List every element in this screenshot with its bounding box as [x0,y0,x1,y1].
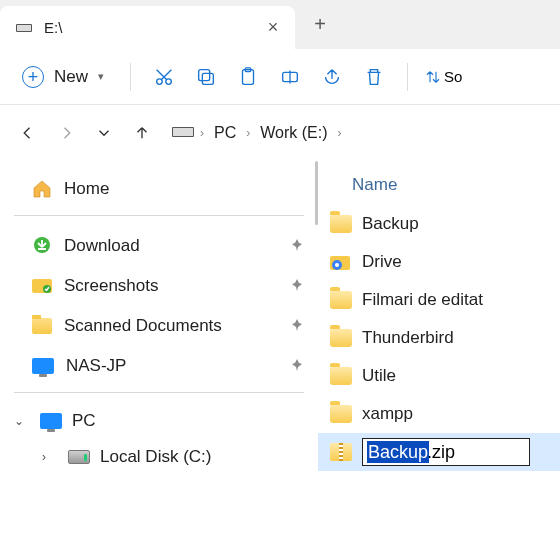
tree-local-disk-label: Local Disk (C:) [100,447,211,467]
chevron-down-icon[interactable]: ⌄ [14,414,30,428]
back-button[interactable] [10,115,46,151]
scrollbar-thumb[interactable] [315,161,318,225]
separator [130,63,131,91]
folder-icon [330,215,352,233]
file-name: Utile [362,366,396,386]
sidebar-item-nas[interactable]: NAS-JP [14,346,304,386]
clipboard-icon [237,66,259,88]
zip-icon [330,443,352,461]
folder-row[interactable]: Backup [318,205,560,243]
plus-icon: + [22,66,44,88]
tree-pc[interactable]: ⌄ PC [14,403,304,439]
folder-icon [330,291,352,309]
forward-button[interactable] [48,115,84,151]
sidebar-home-label: Home [64,179,304,199]
sidebar-item-scanned-documents[interactable]: Scanned Documents [14,306,304,346]
disk-icon [68,450,90,464]
cut-button[interactable] [145,58,183,96]
file-list: Name Backup Drive Filmari de editat Thun… [318,161,560,543]
new-button-label: New [54,67,88,87]
pin-icon [290,358,304,375]
active-tab[interactable]: E:\ × [0,6,295,49]
pin-icon [290,238,304,255]
pin-icon [290,318,304,335]
download-icon [32,235,52,258]
sidebar-item-label: Screenshots [64,276,278,296]
delete-button[interactable] [355,58,393,96]
sort-icon [424,68,442,86]
breadcrumb-work-e[interactable]: Work (E:) [256,120,331,146]
copy-icon [195,66,217,88]
rename-input[interactable] [362,438,530,466]
folder-row[interactable]: Thunderbird [318,319,560,357]
breadcrumb-pc[interactable]: PC [210,120,240,146]
sidebar-home[interactable]: Home [14,169,304,209]
svg-rect-1 [17,25,31,31]
chevron-right-icon: › [338,126,342,140]
svg-point-16 [335,263,339,267]
paste-button[interactable] [229,58,267,96]
sidebar: Home Download Screenshots Scanned Docume… [0,161,318,543]
tab-close-button[interactable]: × [261,16,285,40]
address-bar[interactable]: › PC › Work (E:) › [162,120,550,146]
pc-icon [40,413,62,429]
rename-button[interactable] [271,58,309,96]
folder-row[interactable]: Filmari de editat [318,281,560,319]
folder-row[interactable]: xampp [318,395,560,433]
pin-icon [290,278,304,295]
tree-pc-label: PC [72,411,96,431]
sidebar-item-label: Scanned Documents [64,316,278,336]
scissors-icon [153,66,175,88]
drive-shortcut-icon [330,251,352,273]
share-icon [321,66,343,88]
sidebar-item-label: NAS-JP [66,356,278,376]
trash-icon [363,66,385,88]
tab-title: E:\ [44,19,261,36]
toolbar: + New ▾ So [0,49,560,105]
file-name: Backup [362,214,419,234]
monitor-icon [32,358,54,374]
home-icon [32,180,52,198]
file-name: Thunderbird [362,328,454,348]
svg-rect-4 [202,73,213,84]
body: Home Download Screenshots Scanned Docume… [0,161,560,543]
file-row-renaming[interactable]: Backup [318,433,560,471]
svg-rect-10 [173,128,193,136]
file-name: Drive [362,252,402,272]
nav-row: › PC › Work (E:) › [0,105,560,161]
screenshots-icon [32,276,52,297]
sort-button[interactable]: So [422,58,464,96]
new-tab-button[interactable]: + [303,8,337,42]
folder-row[interactable]: Utile [318,357,560,395]
share-button[interactable] [313,58,351,96]
svg-rect-5 [199,69,210,80]
chevron-right-icon: › [200,126,204,140]
copy-button[interactable] [187,58,225,96]
folder-icon [32,318,52,334]
up-button[interactable] [124,115,160,151]
sidebar-item-download[interactable]: Download [14,226,304,266]
folder-icon [330,367,352,385]
folder-icon [330,405,352,423]
sort-label: So [444,68,462,85]
tree-local-disk-c[interactable]: › Local Disk (C:) [14,439,304,475]
rename-icon [279,66,301,88]
drive-icon [172,125,194,142]
folder-row[interactable]: Drive [318,243,560,281]
drive-icon [16,20,32,36]
new-button[interactable]: + New ▾ [10,60,116,94]
tab-strip: E:\ × + [0,0,560,49]
chevron-right-icon: › [246,126,250,140]
folder-icon [330,329,352,347]
chevron-down-icon: ▾ [98,70,104,83]
column-header-name[interactable]: Name [318,169,560,205]
file-name: xampp [362,404,413,424]
chevron-right-icon[interactable]: › [42,450,58,464]
divider [14,392,304,393]
separator [407,63,408,91]
sidebar-item-screenshots[interactable]: Screenshots [14,266,304,306]
sidebar-item-label: Download [64,236,278,256]
recent-button[interactable] [86,115,122,151]
divider [14,215,304,216]
file-name: Filmari de editat [362,290,483,310]
